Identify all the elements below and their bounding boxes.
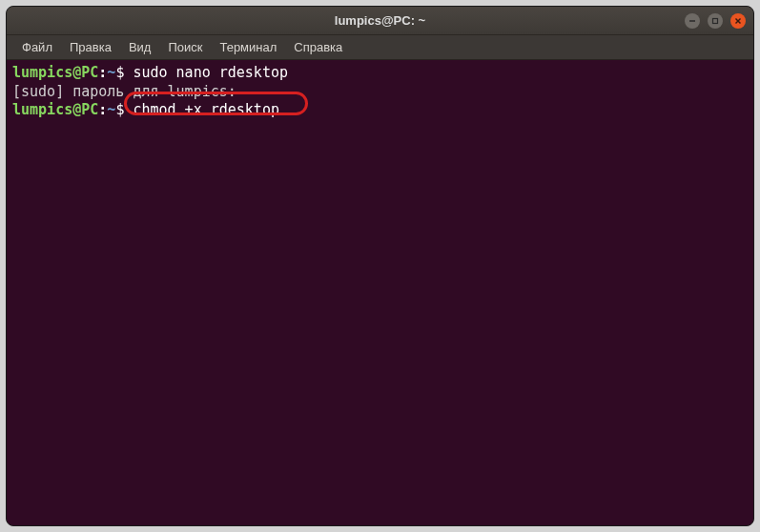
menu-search[interactable]: Поиск xyxy=(160,36,210,58)
menu-file[interactable]: Файл xyxy=(14,36,60,58)
menu-view[interactable]: Вид xyxy=(121,36,159,58)
command-text: sudo nano rdesktop xyxy=(133,64,288,81)
terminal-line: [sudo] пароль для lumpics: xyxy=(12,83,748,102)
prompt-user: lumpics@PC xyxy=(12,64,98,81)
menubar: Файл Правка Вид Поиск Терминал Справка xyxy=(7,35,753,60)
maximize-icon xyxy=(711,17,719,25)
maximize-button[interactable] xyxy=(708,13,723,29)
svg-rect-1 xyxy=(713,18,718,23)
prompt-dollar: $ xyxy=(115,101,133,118)
window-title: lumpics@PC: ~ xyxy=(335,13,425,28)
minimize-button[interactable] xyxy=(685,13,700,29)
prompt-dollar: $ xyxy=(115,64,133,81)
prompt-colon: : xyxy=(98,64,107,81)
prompt-user: lumpics@PC xyxy=(12,101,98,118)
close-button[interactable] xyxy=(730,13,746,29)
menu-help[interactable]: Справка xyxy=(286,36,350,58)
terminal-body[interactable]: lumpics@PC:~$ sudo nano rdesktop [sudo] … xyxy=(7,60,753,525)
command-text: chmod +x rdesktop xyxy=(133,101,279,118)
titlebar: lumpics@PC: ~ xyxy=(7,7,753,35)
close-icon xyxy=(734,17,742,25)
terminal-window: lumpics@PC: ~ Файл Правка Вид Поиск Терм… xyxy=(6,6,754,526)
terminal-line: lumpics@PC:~$ sudo nano rdesktop xyxy=(12,64,748,83)
menu-edit[interactable]: Правка xyxy=(62,36,119,58)
prompt-colon: : xyxy=(98,101,107,118)
menu-terminal[interactable]: Терминал xyxy=(212,36,284,58)
window-controls xyxy=(685,13,746,29)
sudo-prompt: [sudo] пароль для lumpics: xyxy=(12,83,236,100)
minimize-icon xyxy=(688,17,696,25)
terminal-line: lumpics@PC:~$ chmod +x rdesktop xyxy=(12,101,748,120)
